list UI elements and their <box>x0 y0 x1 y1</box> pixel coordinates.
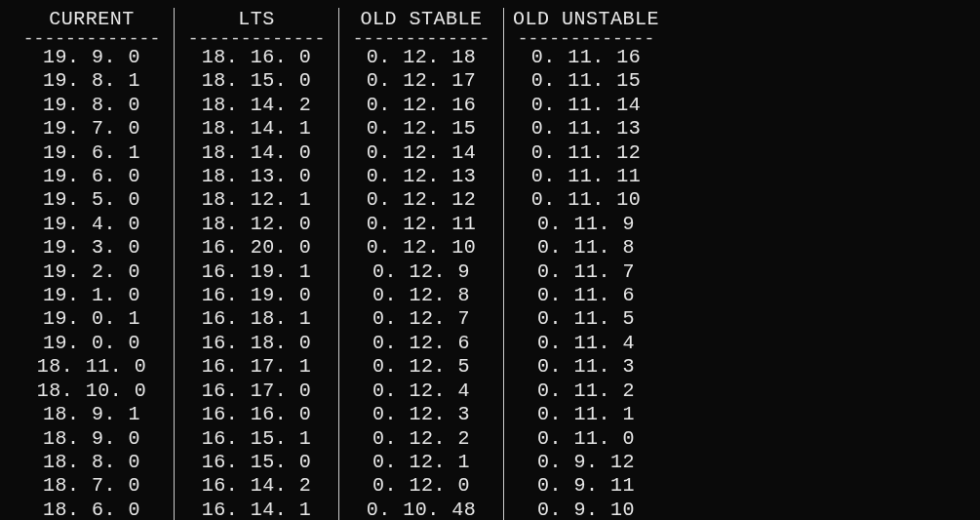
version-cell: 0. 12. 16 <box>343 94 499 117</box>
version-cell: 0. 12. 7 <box>343 307 499 331</box>
version-cell: 18. 11. 0 <box>14 355 170 379</box>
version-cell: 16. 15. 1 <box>178 427 334 451</box>
version-cell: 0. 11. 10 <box>508 188 664 212</box>
version-cell: 18. 10. 0 <box>14 380 170 403</box>
version-cell: 18. 13. 0 <box>178 165 334 188</box>
version-cell: 0. 11. 2 <box>508 380 664 403</box>
version-cell: 19. 2. 0 <box>14 260 170 284</box>
version-cell: 19. 6. 0 <box>14 165 170 188</box>
version-cell: 0. 12. 3 <box>343 403 499 426</box>
version-cell: 16. 18. 1 <box>178 307 334 331</box>
version-cell: 16. 20. 0 <box>178 236 334 260</box>
version-cell: 0. 9. 11 <box>508 474 664 498</box>
version-cell: 0. 11. 8 <box>508 236 664 260</box>
version-cell: 16. 19. 1 <box>178 260 334 284</box>
version-cell: 0. 12. 1 <box>343 451 499 474</box>
version-cell: 18. 7. 0 <box>14 474 170 498</box>
version-cell: 19. 0. 0 <box>14 332 170 355</box>
version-cell: 0. 12. 17 <box>343 69 499 93</box>
version-cell: 0. 11. 4 <box>508 332 664 355</box>
version-cell: 18. 6. 0 <box>14 499 170 520</box>
version-cell: 16. 14. 2 <box>178 474 334 498</box>
divider: ------------- <box>178 32 334 46</box>
version-cell: 0. 11. 14 <box>508 94 664 117</box>
version-cell: 0. 11. 9 <box>508 213 664 236</box>
version-cell: 19. 9. 0 <box>14 46 170 69</box>
version-cell: 19. 8. 1 <box>14 69 170 93</box>
version-cell: 16. 17. 0 <box>178 380 334 403</box>
version-cell: 0. 9. 10 <box>508 499 664 520</box>
version-cell: 0. 12. 9 <box>343 260 499 284</box>
version-cell: 18. 14. 0 <box>178 141 334 165</box>
version-cell: 19. 3. 0 <box>14 236 170 260</box>
divider: ------------- <box>508 32 664 46</box>
divider: ------------- <box>14 32 170 46</box>
version-cell: 18. 16. 0 <box>178 46 334 69</box>
version-cell: 0. 12. 6 <box>343 332 499 355</box>
version-cell: 0. 9. 12 <box>508 451 664 474</box>
version-cell: 0. 11. 3 <box>508 355 664 379</box>
version-cell: 0. 10. 48 <box>343 499 499 520</box>
version-cell: 16. 15. 0 <box>178 451 334 474</box>
version-cell: 18. 12. 1 <box>178 188 334 212</box>
column-values-current: 19. 9. 019. 8. 119. 8. 019. 7. 019. 6. 1… <box>14 46 170 520</box>
version-cell: 0. 12. 15 <box>343 117 499 140</box>
version-cell: 19. 0. 1 <box>14 307 170 331</box>
version-cell: 0. 11. 7 <box>508 260 664 284</box>
version-cell: 18. 9. 1 <box>14 403 170 426</box>
version-cell: 0. 11. 12 <box>508 141 664 165</box>
versions-table: CURRENT ------------- 19. 9. 019. 8. 119… <box>10 8 668 520</box>
terminal-output: CURRENT ------------- 19. 9. 019. 8. 119… <box>0 0 980 520</box>
version-cell: 16. 16. 0 <box>178 403 334 426</box>
version-cell: 0. 12. 2 <box>343 427 499 451</box>
version-cell: 19. 8. 0 <box>14 94 170 117</box>
version-cell: 19. 1. 0 <box>14 284 170 307</box>
version-cell: 18. 9. 0 <box>14 427 170 451</box>
version-cell: 0. 12. 13 <box>343 165 499 188</box>
version-cell: 0. 11. 13 <box>508 117 664 140</box>
version-cell: 0. 12. 5 <box>343 355 499 379</box>
version-cell: 18. 12. 0 <box>178 213 334 236</box>
version-cell: 0. 12. 8 <box>343 284 499 307</box>
version-cell: 16. 18. 0 <box>178 332 334 355</box>
version-cell: 0. 11. 1 <box>508 403 664 426</box>
version-cell: 0. 12. 11 <box>343 213 499 236</box>
version-cell: 0. 11. 0 <box>508 427 664 451</box>
version-cell: 0. 11. 16 <box>508 46 664 69</box>
version-cell: 0. 11. 6 <box>508 284 664 307</box>
version-cell: 18. 14. 2 <box>178 94 334 117</box>
column-values-lts: 18. 16. 018. 15. 018. 14. 218. 14. 118. … <box>178 46 334 520</box>
version-cell: 0. 12. 14 <box>343 141 499 165</box>
column-values-old-stable: 0. 12. 180. 12. 170. 12. 160. 12. 150. 1… <box>343 46 499 520</box>
version-cell: 18. 14. 1 <box>178 117 334 140</box>
version-cell: 19. 7. 0 <box>14 117 170 140</box>
version-cell: 0. 12. 10 <box>343 236 499 260</box>
version-cell: 19. 6. 1 <box>14 141 170 165</box>
version-cell: 0. 11. 5 <box>508 307 664 331</box>
version-cell: 0. 12. 18 <box>343 46 499 69</box>
divider: ------------- <box>343 32 499 46</box>
version-cell: 16. 17. 1 <box>178 355 334 379</box>
version-cell: 0. 11. 11 <box>508 165 664 188</box>
version-cell: 0. 12. 0 <box>343 474 499 498</box>
column-values-old-unstable: 0. 11. 160. 11. 150. 11. 140. 11. 130. 1… <box>508 46 664 520</box>
version-cell: 0. 11. 15 <box>508 69 664 93</box>
version-cell: 19. 5. 0 <box>14 188 170 212</box>
version-cell: 18. 8. 0 <box>14 451 170 474</box>
version-cell: 18. 15. 0 <box>178 69 334 93</box>
version-cell: 19. 4. 0 <box>14 213 170 236</box>
version-cell: 0. 12. 12 <box>343 188 499 212</box>
version-cell: 16. 19. 0 <box>178 284 334 307</box>
version-cell: 0. 12. 4 <box>343 380 499 403</box>
version-cell: 16. 14. 1 <box>178 499 334 520</box>
